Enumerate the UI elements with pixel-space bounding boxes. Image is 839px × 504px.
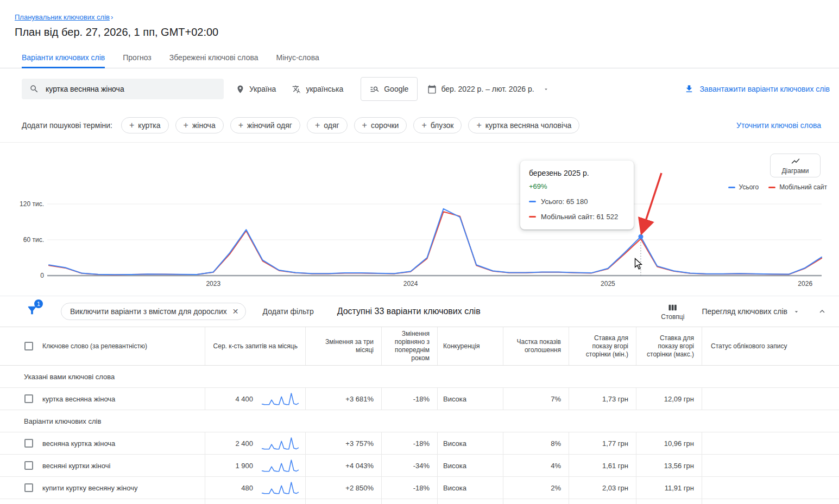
- add-filter-button[interactable]: Додати фільтр: [263, 307, 314, 316]
- search-terms-row: Додати пошукові терміни: +куртка +жіноча…: [22, 117, 821, 133]
- page-header: Планувальник ключових слів › План від бе…: [15, 12, 218, 39]
- three-month-change: +2 850%: [306, 477, 382, 499]
- search-icon: [29, 84, 39, 94]
- row-checkbox[interactable]: [24, 483, 33, 492]
- keyword-table: Ключове слово (за релевантністю) Сер. к-…: [0, 327, 839, 504]
- breadcrumb-label: Планувальник ключових слів: [15, 13, 110, 21]
- tooltip-total-swatch: [529, 201, 536, 202]
- term-chip[interactable]: +куртка: [121, 117, 169, 133]
- tab-forecast[interactable]: Прогноз: [123, 47, 152, 68]
- filter-count-badge: 1: [34, 299, 43, 308]
- plus-icon: +: [238, 121, 243, 130]
- account-status-cell: [702, 455, 839, 476]
- section-provided-keywords: Указані вами ключові слова: [0, 366, 839, 388]
- legend-total-swatch: [728, 187, 735, 188]
- keyword-text: купити куртку весняну жіночу: [42, 484, 137, 492]
- row-checkbox[interactable]: [24, 439, 33, 448]
- term-chip[interactable]: +куртка весняна чоловіча: [468, 117, 579, 133]
- yoy-change: -18%: [382, 388, 438, 410]
- table-row[interactable]: весняна куртка жіноча 2 400 +3 757% -18%…: [0, 432, 839, 455]
- section-keyword-ideas: Варіанти ключових слів: [0, 410, 839, 432]
- legend-total[interactable]: Усього: [728, 183, 759, 191]
- tooltip-month: березень 2025 р.: [529, 169, 625, 177]
- yoy-change: -18%: [382, 477, 438, 499]
- refine-keywords-link[interactable]: Уточнити ключові слова: [736, 121, 821, 130]
- download-keyword-ideas-link[interactable]: Завантажити варіанти ключових слів: [684, 84, 830, 94]
- tab-keyword-ideas[interactable]: Варіанти ключових слів: [22, 47, 105, 68]
- tooltip-total-row: Усього: 65 180: [529, 197, 625, 206]
- header-keyword[interactable]: Ключове слово (за релевантністю): [42, 327, 205, 365]
- row-checkbox[interactable]: [24, 394, 33, 403]
- location-pin-icon: [236, 85, 245, 94]
- header-yoy-change[interactable]: Змінення порівняно з попереднім роком: [382, 327, 438, 365]
- header-three-month-change[interactable]: Змінення за три місяці: [306, 327, 382, 365]
- date-range-selector[interactable]: бер. 2022 р. – лют. 2026 р.: [427, 85, 548, 94]
- keyword-view-dropdown[interactable]: Перегляд ключових слів: [702, 307, 800, 316]
- header-avg-searches[interactable]: Сер. к-сть запитів на місяць: [205, 327, 306, 365]
- three-month-change: +4 043%: [306, 455, 382, 476]
- keyword-planner-page: Планувальник ключових слів › План від бе…: [0, 0, 839, 504]
- row-checkbox[interactable]: [24, 461, 33, 470]
- remove-filter-icon[interactable]: ✕: [232, 307, 239, 316]
- keyword-text: куртка весняна жіноча: [42, 395, 115, 403]
- language-selector[interactable]: українська: [292, 85, 343, 94]
- svg-text:60 тис.: 60 тис.: [23, 236, 44, 244]
- header-top-bid-low[interactable]: Ставка для показу вгорі сторінки (мін.): [569, 327, 636, 365]
- active-filter-chip[interactable]: Виключити варіанти з вмістом для доросли…: [61, 303, 246, 320]
- collapse-section-button[interactable]: [817, 307, 827, 316]
- translate-icon: [292, 85, 301, 94]
- tab-saved-keywords[interactable]: Збережені ключові слова: [169, 47, 258, 68]
- table-row[interactable]: куртка весняна жіноча 4 400 +3 681% -18%…: [0, 388, 839, 410]
- term-chip[interactable]: +блузок: [413, 117, 462, 133]
- chart-icon: [791, 156, 800, 166]
- filter-bar: 1 Виключити варіанти з вмістом для дорос…: [0, 296, 839, 327]
- svg-text:0: 0: [40, 272, 44, 279]
- location-selector[interactable]: Україна: [236, 85, 276, 94]
- search-value: куртка весняна жіноча: [46, 85, 124, 93]
- plus-icon: +: [184, 121, 188, 130]
- select-all-checkbox[interactable]: [24, 342, 33, 350]
- table-row-partial[interactable]: [0, 499, 839, 504]
- terms-label: Додати пошукові терміни:: [22, 121, 112, 130]
- toolbar: куртка весняна жіноча Україна українська…: [22, 76, 830, 101]
- competition-value: Висока: [438, 455, 503, 476]
- account-status-cell: [702, 388, 839, 410]
- search-input[interactable]: куртка весняна жіноча: [22, 79, 224, 99]
- chart-tooltip: березень 2025 р. +69% Усього: 65 180 Моб…: [520, 161, 634, 229]
- volume-value: 1 900: [235, 462, 253, 470]
- search-volume-sparkline: [261, 391, 300, 406]
- account-status-cell: [702, 432, 839, 454]
- results-summary: Доступні 33 варіанти ключових слів: [337, 307, 481, 316]
- volume-value: 2 400: [235, 439, 253, 448]
- tooltip-mobile-row: Мобільний сайт: 61 522: [529, 213, 625, 221]
- breadcrumb[interactable]: Планувальник ключових слів: [15, 13, 110, 21]
- table-row[interactable]: купити куртку весняну жіночу 480 +2 850%…: [0, 477, 839, 499]
- header-top-bid-high[interactable]: Ставка для показу вгорі сторінки (макс.): [636, 327, 702, 365]
- term-chip[interactable]: +одяг: [307, 117, 348, 133]
- table-row[interactable]: весняні куртки жіночі 1 900 +4 043% -34%…: [0, 455, 839, 477]
- volume-value: 4 400: [235, 395, 253, 403]
- account-status-cell: [702, 477, 839, 499]
- diagrams-button[interactable]: Діаграми: [770, 154, 821, 177]
- header-ad-impression-share[interactable]: Частка показів оголошення: [503, 327, 569, 365]
- plus-icon: +: [315, 121, 320, 130]
- calendar-icon: [427, 85, 437, 94]
- bid-low: 1,77 грн: [569, 432, 636, 454]
- yoy-change: -34%: [382, 455, 438, 476]
- columns-button[interactable]: Стовпці: [661, 303, 684, 321]
- term-chip[interactable]: +жіноча: [175, 117, 224, 133]
- tab-bar: Варіанти ключових слів Прогноз Збережені…: [0, 47, 839, 68]
- header-account-status[interactable]: Статус облікового запису: [702, 327, 839, 365]
- legend-mobile[interactable]: Мобільний сайт: [768, 183, 827, 191]
- three-month-change: +3 681%: [306, 388, 382, 410]
- columns-icon: [668, 303, 678, 312]
- network-selector[interactable]: Google: [361, 77, 418, 101]
- filter-button[interactable]: 1: [26, 304, 38, 318]
- plus-icon: +: [421, 121, 426, 130]
- header-competition[interactable]: Конкуренція: [438, 327, 503, 365]
- term-chip[interactable]: +жіночий одяг: [230, 117, 300, 133]
- svg-text:2023: 2023: [206, 280, 220, 288]
- trend-line-chart[interactable]: 060 тис.120 тис.2023202420252026: [0, 143, 839, 296]
- tab-negative-keywords[interactable]: Мінус-слова: [276, 47, 319, 68]
- term-chip[interactable]: +сорочки: [354, 117, 407, 133]
